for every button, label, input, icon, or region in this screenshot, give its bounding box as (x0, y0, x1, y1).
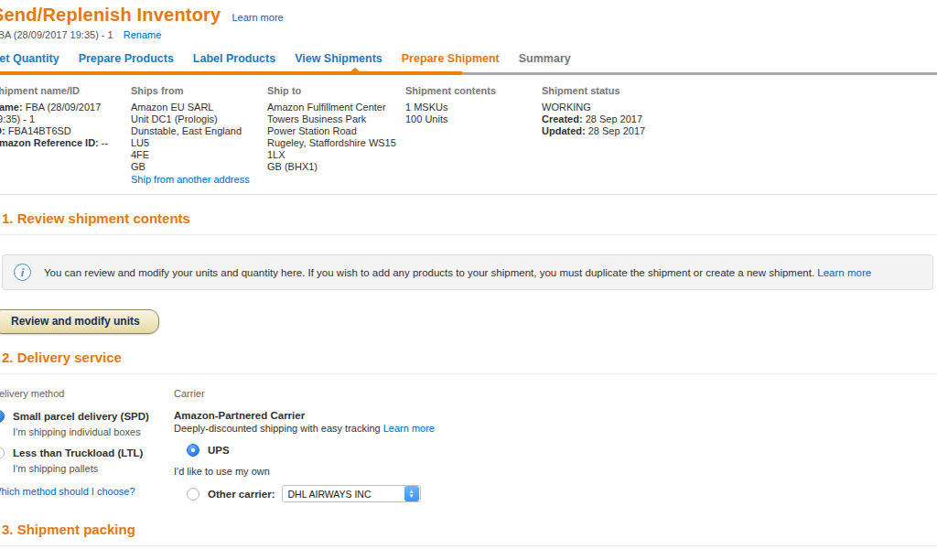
status-state: WORKING (542, 102, 761, 113)
page: Send/Replenish Inventory Learn more FBA … (0, 0, 937, 560)
shipment-name-column: Shipment name/ID Name: FBA (28/09/2017 1… (0, 85, 131, 186)
shipment-contents-header: Shipment contents (405, 85, 533, 97)
updated-value: 28 Sep 2017 (588, 125, 645, 136)
id-value: FBA14BT6SD (8, 125, 71, 136)
tab-underline-active-segment (0, 71, 463, 75)
section-divider (0, 194, 937, 195)
shipment-packing-heading: 3. Shipment packing (0, 522, 937, 546)
spd-radio-sub: I'm shipping individual boxes (13, 426, 174, 438)
review-info-text: You can review and modify your units and… (44, 267, 871, 278)
other-carrier-selected-value: DHL AIRWAYS INC (283, 489, 404, 500)
tab-set-quantity[interactable]: Set Quantity (0, 52, 59, 65)
tab-prepare-shipment[interactable]: Prepare Shipment (402, 52, 500, 65)
review-learn-more-link[interactable]: Learn more (817, 267, 871, 278)
amazon-partnered-carrier-title: Amazon-Partnered Carrier (174, 410, 937, 421)
tab-summary[interactable]: Summary (519, 52, 571, 65)
ships-from-header: Ships from (131, 85, 258, 97)
delivery-service-heading: 2. Delivery service (0, 350, 937, 374)
ship-to-address: Amazon Fulfillment CenterTowers Business… (267, 102, 396, 173)
spd-radio-label: Small parcel delivery (SPD) (13, 410, 149, 423)
shipment-id-line: ID: FBA14BT6SD (0, 125, 122, 137)
tab-prepare-products[interactable]: Prepare Products (79, 52, 174, 65)
status-updated-line: Updated: 28 Sep 2017 (542, 125, 761, 137)
rename-link[interactable]: Rename (124, 29, 162, 40)
active-tab-caret-icon (350, 68, 361, 72)
address-line: Unit DC1 (Prologis) (131, 113, 258, 125)
address-line: Rugeley, Staffordshire WS15 (267, 137, 396, 149)
spd-radio-button[interactable] (0, 410, 5, 423)
address-line: GB (131, 161, 258, 173)
workflow-tabs: Set Quantity Prepare Products Label Prod… (0, 52, 937, 65)
address-line: 4FE (131, 149, 258, 161)
tab-underline-inactive-segment (463, 72, 937, 75)
page-header: Send/Replenish Inventory Learn more (0, 5, 937, 26)
name-label: Name: (0, 102, 23, 113)
address-line: 1LX (267, 149, 396, 161)
delivery-service-section: Delivery method Small parcel delivery (S… (0, 388, 937, 506)
partnered-sub-text: Deeply-discounted shipping with easy tra… (174, 423, 381, 434)
carrier-column: Carrier Amazon-Partnered Carrier Deeply-… (174, 388, 937, 506)
contents-line: 1 MSKUs (405, 102, 533, 113)
ships-from-address: Amazon EU SARLUnit DC1 (Prologis)Dunstab… (131, 102, 258, 173)
spd-radio-row[interactable]: Small parcel delivery (SPD) (0, 410, 174, 423)
other-carrier-row[interactable]: Other carrier: DHL AIRWAYS INC ▲▼ (187, 485, 937, 502)
select-stepper-icon: ▲▼ (404, 486, 419, 501)
amazon-partnered-carrier-sub: Deeply-discounted shipping with easy tra… (174, 423, 937, 434)
created-label: Created: (542, 113, 583, 124)
updated-label: Updated: (542, 125, 586, 136)
address-line: Dunstable, East England LU5 (131, 125, 258, 149)
review-shipment-contents-heading: 1. Review shipment contents (0, 210, 937, 235)
shipment-subtitle-label: FBA (28/09/2017 19:35) - 1 (0, 29, 113, 40)
page-title: Send/Replenish Inventory (0, 5, 221, 26)
delivery-method-label: Delivery method (0, 388, 174, 399)
shipment-subtitle: FBA (28/09/2017 19:35) - 1 Rename (0, 29, 937, 40)
which-method-link[interactable]: Which method should I choose? (0, 486, 135, 497)
address-line: Towers Business Park (267, 113, 396, 125)
shipment-contents-column: Shipment contents 1 MSKUs100 Units (405, 85, 542, 186)
info-icon: i (14, 264, 31, 281)
tab-view-shipments[interactable]: View Shipments (295, 52, 382, 65)
ref-value: -- (102, 137, 108, 148)
contents-line: 100 Units (405, 113, 533, 125)
ltl-radio-label: Less than Truckload (LTL) (13, 447, 143, 459)
review-info-body: You can review and modify your units and… (44, 267, 814, 278)
ups-radio-label: UPS (208, 444, 230, 457)
tab-label-products[interactable]: Label Products (193, 52, 275, 65)
ships-from-column: Ships from Amazon EU SARLUnit DC1 (Prolo… (131, 85, 267, 186)
ups-radio-button[interactable] (187, 444, 199, 457)
shipment-status-header: Shipment status (542, 85, 761, 97)
review-and-modify-units-button[interactable]: Review and modify units (0, 309, 159, 334)
ltl-radio-button[interactable] (0, 447, 5, 459)
title-learn-more-link[interactable]: Learn more (232, 12, 283, 23)
shipment-name-line: Name: FBA (28/09/2017 19:35) - 1 (0, 102, 122, 125)
carrier-label: Carrier (174, 388, 937, 399)
method-help-row: Which method should I choose? (0, 486, 174, 497)
status-created-line: Created: 28 Sep 2017 (542, 113, 761, 125)
shipment-name-header: Shipment name/ID (0, 85, 122, 97)
ltl-radio-row[interactable]: Less than Truckload (LTL) (0, 447, 174, 459)
delivery-method-column: Delivery method Small parcel delivery (S… (0, 388, 174, 506)
ups-radio-row[interactable]: UPS (187, 444, 937, 457)
other-carrier-select[interactable]: DHL AIRWAYS INC ▲▼ (282, 485, 421, 502)
ship-from-another-address-link[interactable]: Ship from another address (131, 174, 250, 186)
use-my-own-label: I'd like to use my own (174, 466, 937, 477)
amazon-reference-line: Amazon Reference ID: -- (0, 137, 122, 149)
created-value: 28 Sep 2017 (586, 113, 642, 124)
tab-underline (0, 71, 937, 75)
address-line: Power Station Road (267, 125, 396, 137)
shipment-status-column: Shipment status WORKING Created: 28 Sep … (542, 85, 770, 186)
carrier-learn-more-link[interactable]: Learn more (383, 423, 435, 434)
ship-to-header: Ship to (267, 85, 396, 97)
id-label: ID: (0, 125, 5, 136)
ltl-radio-sub: I'm shipping pallets (13, 463, 174, 475)
address-line: Amazon EU SARL (131, 102, 258, 113)
address-line: GB (BHX1) (267, 161, 396, 173)
shipment-summary-table: Shipment name/ID Name: FBA (28/09/2017 1… (0, 85, 937, 186)
other-carrier-label: Other carrier: (208, 488, 275, 501)
shipment-contents-values: 1 MSKUs100 Units (405, 102, 533, 125)
ship-to-column: Ship to Amazon Fulfillment CenterTowers … (267, 85, 405, 186)
other-carrier-radio-button[interactable] (187, 488, 199, 501)
address-line: Amazon Fulfillment Center (267, 102, 396, 113)
ref-label: Amazon Reference ID: (0, 137, 99, 148)
review-info-bar: i You can review and modify your units a… (2, 254, 933, 290)
